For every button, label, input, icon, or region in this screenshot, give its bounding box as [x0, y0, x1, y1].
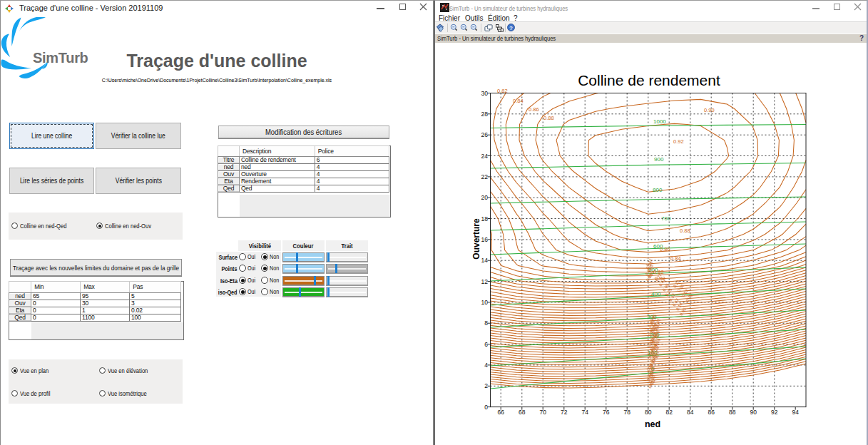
svg-text:12: 12	[481, 278, 489, 285]
svg-text:ned: ned	[645, 419, 660, 429]
svg-text:0.84: 0.84	[670, 255, 681, 262]
svg-text:74: 74	[581, 409, 588, 416]
svg-text:900: 900	[654, 156, 664, 163]
svg-text:0.92: 0.92	[673, 138, 684, 145]
svg-text:94: 94	[792, 409, 799, 416]
svg-text:0.88: 0.88	[543, 115, 554, 121]
svg-text:82: 82	[665, 409, 673, 416]
svg-text:0: 0	[484, 404, 488, 411]
svg-text:0.86: 0.86	[529, 106, 539, 113]
svg-text:76: 76	[603, 409, 610, 416]
svg-text:0.86: 0.86	[660, 246, 670, 252]
svg-text:84: 84	[687, 409, 694, 416]
svg-text:6: 6	[484, 341, 488, 348]
svg-text:1000: 1000	[653, 118, 666, 125]
svg-text:86: 86	[708, 409, 715, 416]
svg-text:88: 88	[729, 409, 736, 416]
svg-text:78: 78	[623, 409, 630, 416]
svg-text:700: 700	[661, 215, 671, 222]
svg-text:0.88: 0.88	[680, 227, 690, 234]
svg-text:20: 20	[481, 194, 489, 201]
svg-text:18: 18	[481, 215, 489, 222]
svg-text:400: 400	[651, 291, 661, 297]
svg-text:30: 30	[481, 90, 489, 97]
svg-text:?: ?	[509, 25, 513, 31]
svg-text:Colline de rendement: Colline de rendement	[578, 72, 720, 88]
svg-text:10: 10	[481, 299, 489, 306]
svg-text:800: 800	[653, 187, 663, 193]
svg-text:2: 2	[484, 382, 488, 389]
svg-text:16: 16	[481, 236, 489, 243]
svg-text:0.90: 0.90	[704, 107, 715, 113]
svg-text:92: 92	[771, 409, 778, 416]
svg-text:66: 66	[497, 409, 504, 416]
svg-text:72: 72	[561, 409, 568, 416]
svg-text:70: 70	[539, 409, 546, 416]
svg-text:14: 14	[481, 257, 489, 264]
svg-text:8: 8	[484, 319, 488, 327]
svg-text:80: 80	[645, 409, 652, 416]
svg-text:Ouverture: Ouverture	[471, 218, 481, 260]
svg-text:26: 26	[481, 131, 489, 138]
svg-text:22: 22	[481, 173, 489, 180]
svg-text:4: 4	[484, 362, 488, 369]
svg-text:24: 24	[481, 153, 489, 160]
svg-text:90: 90	[750, 409, 757, 416]
svg-text:0.84: 0.84	[513, 98, 524, 104]
svg-text:68: 68	[519, 409, 526, 416]
svg-text:28: 28	[481, 111, 489, 118]
